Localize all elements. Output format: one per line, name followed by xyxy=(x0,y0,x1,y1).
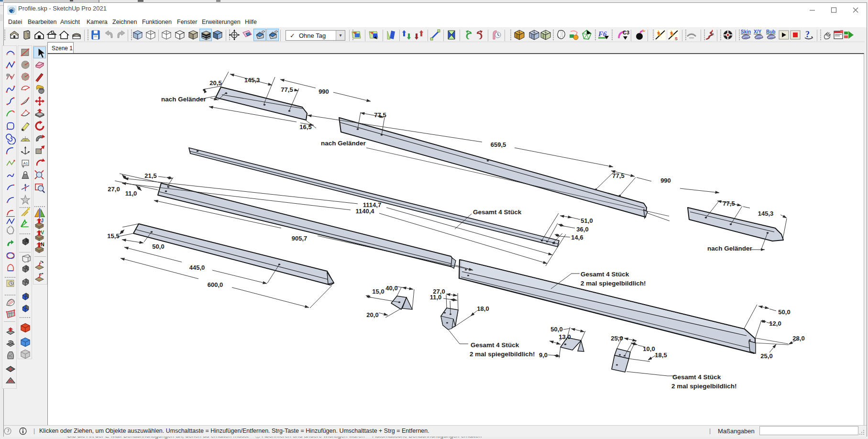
svg-text:A1: A1 xyxy=(23,161,28,165)
svg-text:12,0: 12,0 xyxy=(769,320,781,327)
svg-text:14,6: 14,6 xyxy=(571,234,583,241)
svg-text:Gesamt 4 Stück: Gesamt 4 Stück xyxy=(672,373,721,381)
svg-text:2 mal spiegelbildlich!: 2 mal spiegelbildlich! xyxy=(581,280,646,287)
svg-text:77,5: 77,5 xyxy=(281,86,293,93)
svg-text:25,0: 25,0 xyxy=(760,352,772,360)
svg-text:Gesamt 4 Stück: Gesamt 4 Stück xyxy=(581,271,629,278)
svg-text:990: 990 xyxy=(660,177,671,184)
svg-text:18,0: 18,0 xyxy=(477,305,489,312)
svg-text:Gesamt 4 Stück: Gesamt 4 Stück xyxy=(473,209,522,216)
svg-text:77,5: 77,5 xyxy=(723,200,735,207)
svg-text:nach Geländer: nach Geländer xyxy=(707,245,753,252)
svg-text:51,0: 51,0 xyxy=(581,217,593,224)
svg-text:11,0: 11,0 xyxy=(125,190,137,197)
svg-text:445,0: 445,0 xyxy=(189,264,205,271)
svg-text:990: 990 xyxy=(319,88,329,95)
svg-text:J: J xyxy=(41,218,44,223)
svg-text:36,0: 36,0 xyxy=(576,226,588,233)
svg-text:S: S xyxy=(675,36,678,41)
svg-text:Skin: Skin xyxy=(741,29,751,34)
svg-text:N: N xyxy=(41,242,44,247)
svg-text:?: ? xyxy=(805,30,810,39)
svg-text:V: V xyxy=(41,230,44,235)
svg-text:659,5: 659,5 xyxy=(491,141,506,148)
svg-text:50,0: 50,0 xyxy=(152,243,164,250)
svg-text:13,0: 13,0 xyxy=(559,333,571,340)
svg-text:77,5: 77,5 xyxy=(612,172,624,179)
svg-text:16,5: 16,5 xyxy=(299,123,311,131)
svg-text:50,0: 50,0 xyxy=(550,326,562,333)
svg-text:Gesamt 4 Stück: Gesamt 4 Stück xyxy=(471,341,519,349)
svg-text:10,0: 10,0 xyxy=(643,345,655,352)
svg-text:nach Geländer: nach Geländer xyxy=(321,140,366,147)
svg-text:40,0: 40,0 xyxy=(385,285,397,292)
svg-text:21,5: 21,5 xyxy=(144,172,156,179)
svg-text:28,0: 28,0 xyxy=(792,335,804,342)
svg-text:20,5: 20,5 xyxy=(209,79,221,87)
svg-text:15,5: 15,5 xyxy=(107,232,119,240)
svg-text:9,0: 9,0 xyxy=(539,351,548,359)
svg-text:145,3: 145,3 xyxy=(244,77,260,84)
svg-text:77,5: 77,5 xyxy=(374,111,386,119)
svg-text:15,0: 15,0 xyxy=(372,288,384,295)
svg-text:1140,4: 1140,4 xyxy=(355,208,374,215)
svg-text:145,3: 145,3 xyxy=(758,210,774,217)
svg-text:18,5: 18,5 xyxy=(655,351,667,359)
svg-text:600,0: 600,0 xyxy=(208,281,223,288)
svg-text:20,0: 20,0 xyxy=(366,311,378,318)
svg-text:50,0: 50,0 xyxy=(778,308,790,316)
svg-text:X/Y: X/Y xyxy=(754,29,761,34)
svg-text:2 mal spiegelbildlich!: 2 mal spiegelbildlich! xyxy=(470,351,535,358)
svg-text:Bub: Bub xyxy=(766,29,775,34)
svg-text:905,7: 905,7 xyxy=(292,235,308,242)
svg-text:25,0: 25,0 xyxy=(611,335,623,342)
svg-text:11,0: 11,0 xyxy=(430,294,442,301)
svg-text:27,0: 27,0 xyxy=(108,186,120,193)
svg-text:nach Geländer: nach Geländer xyxy=(161,96,207,103)
svg-text:2 mal spiegelbildlich!: 2 mal spiegelbildlich! xyxy=(671,383,737,390)
svg-text:C3: C3 xyxy=(623,30,629,35)
